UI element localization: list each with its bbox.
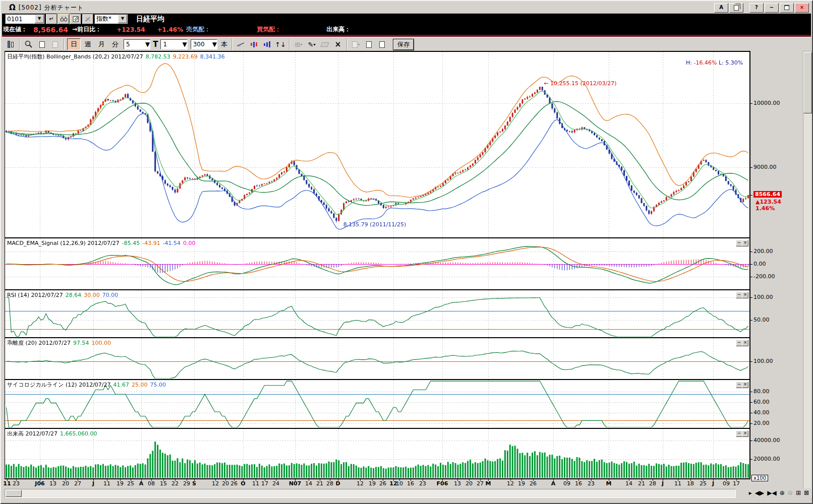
x-axis-label: 19 (518, 480, 525, 487)
restore-icon (784, 5, 789, 10)
page-icon (379, 41, 385, 48)
y-axis-label: 20000.00 (753, 456, 780, 462)
x-axis-label: 27 (74, 480, 81, 487)
window-save-button[interactable]: ▾ (350, 39, 362, 50)
horizontal-scrollbar-thumb[interactable] (6, 490, 22, 497)
chevron-down-icon[interactable]: ▼ (182, 41, 187, 48)
title-bar: Ω [5002] 分析チャート A ? − × (2, 2, 811, 14)
x-axis-label: 25 (127, 480, 134, 487)
x-axis-label: 12 (389, 480, 397, 487)
h-collapse-icon[interactable]: ▶◀ (767, 489, 776, 496)
chevron-down-icon[interactable]: ▼ (145, 41, 150, 48)
minute-combo[interactable]: 5 ▼ (124, 39, 150, 49)
x-axis-label: 11 (3, 480, 11, 487)
chevron-down-icon[interactable]: ▼ (212, 41, 217, 48)
x-axis-label: 16 (575, 480, 582, 487)
chevron-down-icon[interactable]: ▼ (118, 15, 127, 23)
play-right-icon[interactable]: ▸ (749, 489, 752, 496)
volume-unit-label: x100 (751, 475, 768, 481)
x-axis-label: 28 (326, 480, 333, 487)
save-button[interactable]: 保存 (393, 39, 414, 50)
x-axis-label: 12 (507, 480, 514, 487)
x-axis-label: 09 (563, 480, 570, 487)
candle-icon (11, 42, 14, 47)
horizontal-scrollbar[interactable] (5, 489, 736, 498)
minimize-button[interactable]: − (765, 3, 779, 13)
volume-label: 出来高： (326, 25, 351, 34)
histogram-icon (264, 43, 265, 46)
x-axis-label: 11 (252, 480, 259, 487)
h-expand-icon[interactable]: ◀▶ (755, 489, 764, 496)
vertical-scrollbar[interactable] (803, 51, 812, 498)
trendline-button[interactable] (235, 39, 247, 50)
eraser-button[interactable] (319, 39, 331, 50)
symbol-code-combo[interactable]: 0101 ▼ (5, 14, 44, 24)
memo-edit-button[interactable] (70, 14, 81, 24)
x-axis-label: N07 (289, 480, 302, 487)
current-label: 現在値： (3, 25, 27, 34)
help-button[interactable]: ? (749, 3, 764, 13)
period-day-toggle[interactable]: 日 (67, 38, 81, 50)
page-next-button[interactable] (376, 39, 388, 50)
bar-count-combo[interactable]: 300 ▼ (191, 39, 217, 49)
y-axis-label: 20.00 (753, 420, 770, 426)
x-axis-label: 11 (674, 480, 681, 487)
histogram-icon (269, 41, 270, 47)
chevron-down-icon[interactable]: ▼ (35, 15, 44, 23)
x-axis-label: 12 (357, 480, 364, 487)
x-axis-label: D (335, 480, 340, 487)
restore-button[interactable] (780, 3, 794, 13)
updown-scale-button[interactable]: ↑↓ (274, 39, 286, 50)
trendline-icon (237, 41, 246, 47)
y-axis-line (749, 51, 750, 479)
grid-layout-button[interactable]: ⊞▾ (293, 39, 305, 50)
enter-button[interactable]: ↵ (46, 14, 57, 24)
category-value: 指数* (95, 15, 118, 23)
x-axis-label: 23 (588, 480, 595, 487)
bar-type-button[interactable] (5, 39, 17, 50)
new-page-button[interactable] (36, 39, 48, 50)
window-icon (352, 41, 358, 48)
bid-label: 買気配： (257, 25, 281, 34)
x-axis-label: 19 (117, 480, 124, 487)
tick-combo[interactable]: 1 ▼ (160, 39, 187, 49)
x-axis-label: A (551, 480, 556, 487)
draw-pencil-button[interactable]: ✎▾ (306, 39, 318, 50)
magnifier-icon (25, 40, 33, 48)
period-week-toggle[interactable]: 週 (82, 39, 94, 50)
category-combo[interactable]: 指数* ▼ (94, 14, 128, 24)
close-button[interactable]: × (795, 3, 809, 13)
period-month-toggle[interactable]: 月 (95, 39, 108, 50)
period-minute-toggle[interactable]: 分 (109, 39, 122, 50)
candle-icon (8, 41, 10, 48)
volume-histogram-button[interactable] (261, 39, 273, 50)
delete-all-button[interactable]: × (332, 39, 344, 50)
pen-slash-icon (85, 16, 91, 22)
font-button[interactable]: A (714, 3, 728, 13)
x-axis-label: 23 (419, 480, 426, 487)
dev-panel-canvas (5, 338, 749, 379)
x-axis-label: 12 (212, 480, 219, 487)
bottom-bar: ▸◀▶▶◀⊕⊖⊞⊠ (2, 488, 811, 498)
close-box-icon[interactable]: ⊠ (804, 489, 809, 496)
chart-toolbar: 日 週 月 分 5 ▼ T 1 ▼ 300 ▼ 本 (2, 37, 811, 51)
zoom-tool-button[interactable] (23, 39, 35, 50)
price-panel-canvas (5, 52, 749, 237)
eraser-icon (320, 42, 329, 47)
histogram-icon (253, 42, 255, 47)
pen-disabled-button[interactable] (82, 14, 93, 24)
indicator-histogram-button[interactable] (248, 39, 260, 50)
search-binoculars-button[interactable] (58, 14, 69, 24)
x-axis-label: S (192, 480, 196, 487)
y-axis-label: 100.00 (753, 358, 773, 364)
x-axis-label: J (662, 480, 664, 487)
copy-button[interactable] (729, 3, 743, 13)
copy-page-button[interactable] (49, 39, 61, 50)
page-prev-button[interactable] (363, 39, 375, 50)
x-axis-label: 17 (733, 480, 740, 487)
ask-label: 売気配： (186, 25, 210, 34)
vertical-scrollbar-thumb[interactable] (803, 52, 812, 113)
zoom-in-icon[interactable]: ⊕ (780, 489, 785, 496)
psy-panel-canvas (5, 380, 749, 427)
grid-panel-icon[interactable]: ⊞ (796, 489, 801, 496)
